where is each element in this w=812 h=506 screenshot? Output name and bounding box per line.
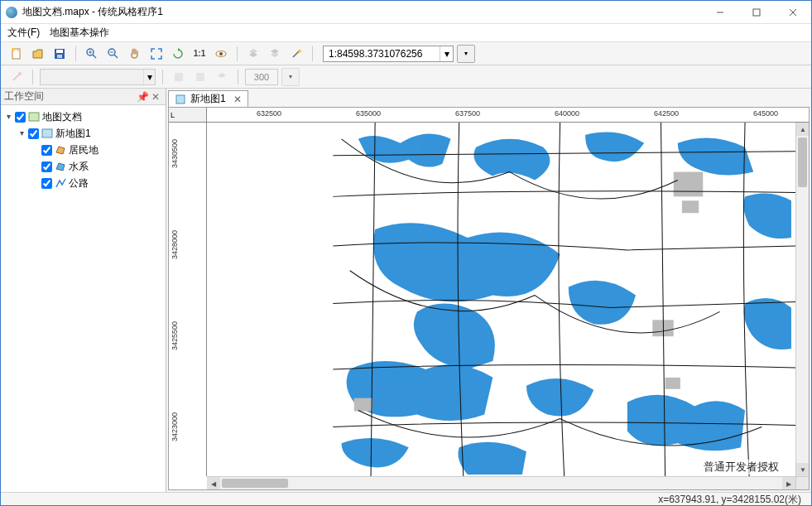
new-icon[interactable] xyxy=(7,45,26,63)
v-tick: 3430500 xyxy=(171,139,179,168)
sidebar-title: 工作空间 xyxy=(4,89,136,104)
map-label: 新地图1 xyxy=(55,125,91,142)
line-layer-icon xyxy=(54,176,67,190)
polygon-layer-icon xyxy=(54,143,67,157)
layer-label: 公路 xyxy=(69,175,89,191)
chevron-down-icon[interactable]: ▾ xyxy=(440,46,453,61)
svg-rect-22 xyxy=(196,73,204,81)
refresh-icon[interactable] xyxy=(169,45,187,63)
num-dropdown[interactable]: ▾ xyxy=(281,68,300,86)
h-tick: 645000 xyxy=(753,109,778,118)
tab-close-icon[interactable]: ✕ xyxy=(233,94,243,104)
h-tick: 635000 xyxy=(356,109,381,118)
close-button[interactable] xyxy=(775,1,811,23)
scroll-right-arrow[interactable]: ▶ xyxy=(782,477,795,490)
tool-b-icon xyxy=(191,68,209,86)
tree-node-map[interactable]: ▾ 新地图1 xyxy=(17,125,164,142)
full-extent-icon[interactable] xyxy=(147,45,166,63)
close-panel-icon[interactable]: ✕ xyxy=(149,90,162,104)
maximize-button[interactable] xyxy=(738,1,775,23)
layer-label: 居民地 xyxy=(69,142,98,158)
svg-point-20 xyxy=(18,72,22,75)
doc-label: 地图文档 xyxy=(42,108,82,125)
vertical-scrollbar[interactable]: ▲ ▼ xyxy=(795,123,809,476)
scroll-left-arrow[interactable]: ◀ xyxy=(207,477,220,490)
v-tick: 3428000 xyxy=(171,230,179,259)
tree-node-layer-0[interactable]: 居民地 xyxy=(31,142,164,158)
v-tick: 3423000 xyxy=(171,412,179,441)
ratio-11-icon[interactable]: 1:1 xyxy=(190,45,209,63)
svg-rect-25 xyxy=(176,95,185,104)
sidebar-workspace: 工作空间 📌 ✕ ▾ 地图文档 ▾ xyxy=(1,89,166,492)
workspace-tree[interactable]: ▾ 地图文档 ▾ 新地图1 xyxy=(1,105,166,492)
scale-combo[interactable]: 1:84598.3731076256 ▾ xyxy=(323,46,454,62)
minimize-button[interactable] xyxy=(702,1,738,23)
layer-checkbox[interactable] xyxy=(41,145,52,156)
ruler-corner: L xyxy=(169,108,207,122)
save-icon[interactable] xyxy=(50,45,69,63)
sidebar-header: 工作空间 📌 ✕ xyxy=(1,89,166,105)
doc-checkbox[interactable] xyxy=(15,112,26,123)
layer-checkbox[interactable] xyxy=(41,178,52,189)
layer-up-icon[interactable] xyxy=(266,45,284,63)
eye-icon[interactable] xyxy=(212,45,230,63)
svg-point-17 xyxy=(219,52,223,55)
map-canvas-wrap: L 632500 635000 637500 640000 642500 645… xyxy=(168,107,810,490)
svg-rect-1 xyxy=(753,9,760,16)
svg-rect-21 xyxy=(175,73,183,81)
scroll-corner xyxy=(795,476,809,489)
svg-point-5 xyxy=(12,48,15,51)
scroll-up-arrow[interactable]: ▲ xyxy=(796,123,809,136)
layer-combo-disabled: ▾ xyxy=(40,69,156,85)
coordinate-readout: x=637943.91, y=3428155.02(米) xyxy=(658,493,801,506)
open-icon[interactable] xyxy=(29,45,47,63)
tab-map-0[interactable]: 新地图1 ✕ xyxy=(168,90,248,107)
vertical-scroll-thumb[interactable] xyxy=(798,137,807,187)
ruler-vertical: 3430500 3428000 3425500 3423000 xyxy=(169,123,207,476)
svg-rect-7 xyxy=(56,50,63,53)
horizontal-scroll-thumb[interactable] xyxy=(222,479,288,488)
svg-line-18 xyxy=(293,51,300,57)
menu-file[interactable]: 文件(F) xyxy=(7,26,40,40)
tree-node-layer-2[interactable]: 公路 xyxy=(31,175,164,191)
svg-line-14 xyxy=(114,55,118,58)
collapse-icon[interactable]: ▾ xyxy=(17,129,26,138)
wand-icon[interactable] xyxy=(287,45,305,63)
zoom-out-icon[interactable] xyxy=(104,45,123,63)
ruler-horizontal: L 632500 635000 637500 640000 642500 645… xyxy=(169,108,809,123)
license-watermark: 普通开发者授权 xyxy=(702,460,781,475)
pin-icon[interactable]: 📌 xyxy=(136,90,149,104)
map-icon xyxy=(174,93,187,106)
svg-rect-24 xyxy=(42,129,52,137)
pan-icon[interactable] xyxy=(126,45,144,63)
zoom-in-icon[interactable] xyxy=(83,45,101,63)
toolbar-secondary: ▾ 300 ▾ xyxy=(1,65,811,89)
menu-mapops[interactable]: 地图基本操作 xyxy=(50,26,109,40)
wand2-icon[interactable] xyxy=(7,68,26,86)
h-tick: 637500 xyxy=(455,109,480,118)
h-tick: 640000 xyxy=(555,109,579,118)
scale-dropdown-extra[interactable]: ▾ xyxy=(457,45,475,63)
menubar: 文件(F) 地图基本操作 xyxy=(1,24,811,42)
svg-rect-27 xyxy=(674,172,704,197)
layer-checkbox[interactable] xyxy=(41,161,52,172)
collapse-icon[interactable]: ▾ xyxy=(4,113,13,122)
svg-rect-31 xyxy=(354,398,372,412)
numeric-box: 300 xyxy=(245,69,278,85)
svg-rect-28 xyxy=(682,200,699,213)
horizontal-scrollbar[interactable]: ◀ ▶ xyxy=(207,476,795,489)
tool-c-icon xyxy=(213,68,231,86)
map-icon xyxy=(41,127,54,140)
tool-a-icon xyxy=(170,68,188,86)
document-icon xyxy=(27,110,41,123)
tree-node-layer-1[interactable]: 水系 xyxy=(31,158,164,175)
window-title: 地图文档.mapx - 传统风格程序1 xyxy=(22,5,702,19)
scroll-down-arrow[interactable]: ▼ xyxy=(796,463,809,476)
toolbar-main: 1:1 1:84598.3731076256 ▾ ▾ xyxy=(1,42,811,65)
svg-rect-30 xyxy=(665,378,680,389)
map-canvas[interactable]: 普通开发者授权 xyxy=(207,123,795,476)
tree-node-document[interactable]: ▾ 地图文档 xyxy=(4,108,164,125)
map-checkbox[interactable] xyxy=(28,128,39,139)
layer-label: 水系 xyxy=(69,158,89,175)
layer-down-icon[interactable] xyxy=(244,45,262,63)
